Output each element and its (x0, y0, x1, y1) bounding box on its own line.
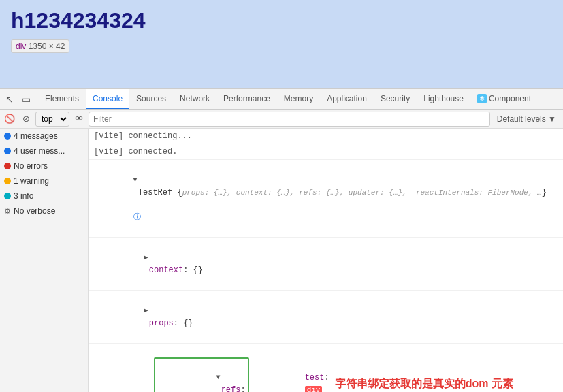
console-line[interactable]: ▼ TestRef {props: {…}, context: {…}, ref… (89, 160, 563, 238)
object-label: TestRef {props: {…}, context: {…}, refs:… (94, 188, 547, 210)
messages-label: 4 messages (14, 131, 58, 141)
user-messages-dot (4, 148, 11, 154)
tab-security[interactable]: Security (374, 89, 417, 110)
tab-elements[interactable]: Elements (38, 89, 86, 110)
filter-icon[interactable]: ⊘ (19, 112, 33, 126)
annotation-text: 字符串绑定获取的是真实的dom 元素 (335, 378, 513, 390)
main-content: 4 messages 4 user mess... No errors 1 wa… (0, 129, 563, 392)
tab-performance[interactable]: Performance (216, 89, 277, 110)
expand-arrow: ▼ (133, 176, 138, 184)
refs-line[interactable]: ▼ refs: test: div 字符串绑定获取的是真实的dom 元素 (89, 344, 563, 392)
user-messages-label: 4 user mess... (14, 146, 65, 156)
console-toolbar: 🚫 ⊘ top 👁 Default levels ▼ (0, 110, 563, 129)
refs-highlight: ▼ refs: (154, 357, 249, 392)
refs-label: ▼ refs: (105, 345, 251, 392)
verbose-label: No verbose (14, 206, 55, 216)
levels-button[interactable]: Default levels ▼ (493, 113, 560, 125)
errors-label: No errors (14, 161, 48, 171)
element-tag: div (16, 42, 26, 51)
tab-lighthouse[interactable]: Lighthouse (417, 89, 470, 110)
clear-console-icon[interactable]: 🚫 (3, 112, 16, 126)
messages-dot (4, 133, 11, 140)
sidebar-item-info[interactable]: 3 info (0, 189, 88, 203)
inspect-icon[interactable]: ↖ (3, 93, 16, 106)
sidebar-item-errors[interactable]: No errors (0, 159, 88, 174)
console-sidebar: 4 messages 4 user mess... No errors 1 wa… (0, 129, 89, 392)
tab-console[interactable]: Console (86, 89, 129, 110)
sidebar-item-messages[interactable]: 4 messages (0, 129, 88, 144)
div-highlight: div (305, 386, 323, 393)
tab-sources[interactable]: Sources (129, 89, 173, 110)
devtools-panel: ↖ ▭ Elements Console Sources Network Per… (0, 88, 563, 392)
console-line: [vite] connecting... (89, 129, 563, 144)
tab-network[interactable]: Network (173, 89, 216, 110)
verbose-gear-icon: ⚙ (4, 207, 11, 216)
refs-prop: refs (216, 385, 240, 392)
tab-application[interactable]: Application (320, 89, 374, 110)
warning-dot (4, 178, 11, 184)
tab-memory[interactable]: Memory (277, 89, 320, 110)
preview-area: h1234234324 div 1350 × 42 (0, 0, 563, 88)
test-prop: test (305, 373, 325, 382)
filter-input[interactable] (89, 112, 490, 127)
tab-icons: ↖ ▭ (3, 93, 33, 106)
element-dims: 1350 × 42 (29, 42, 65, 51)
prop-name: context (144, 265, 184, 275)
sidebar-item-warning[interactable]: 1 warning (0, 174, 88, 189)
console-output: [vite] connecting... [vite] connected. ▼… (89, 129, 563, 392)
device-icon[interactable]: ▭ (19, 93, 33, 106)
warning-label: 1 warning (14, 176, 49, 186)
info-dot (4, 193, 11, 199)
info-label: 3 info (14, 191, 33, 201)
console-line: [vite] connected. (89, 144, 563, 160)
errors-dot (4, 163, 11, 169)
tab-component[interactable]: ⚛ Component (470, 89, 538, 110)
prop-name: props (144, 318, 174, 328)
refs-content: test: div (256, 359, 329, 393)
sidebar-item-verbose[interactable]: ⚙ No verbose (0, 203, 88, 218)
sidebar-item-user-messages[interactable]: 4 user mess... (0, 144, 88, 159)
eye-icon[interactable]: 👁 (72, 112, 86, 126)
info-badge: ⓘ (133, 213, 141, 221)
preview-heading: h1234234324 (11, 8, 552, 33)
tab-bar: ↖ ▭ Elements Console Sources Network Per… (0, 89, 563, 110)
refs-expand: ▼ (216, 374, 220, 381)
expand-arrow: ▶ (144, 254, 148, 261)
console-line[interactable]: ▶ props: {} (89, 291, 563, 344)
context-select[interactable]: top (35, 112, 69, 127)
element-badge: div 1350 × 42 (11, 39, 69, 53)
expand-arrow: ▶ (144, 307, 148, 314)
component-icon: ⚛ (477, 94, 487, 103)
console-line[interactable]: ▶ context: {} (89, 238, 563, 291)
